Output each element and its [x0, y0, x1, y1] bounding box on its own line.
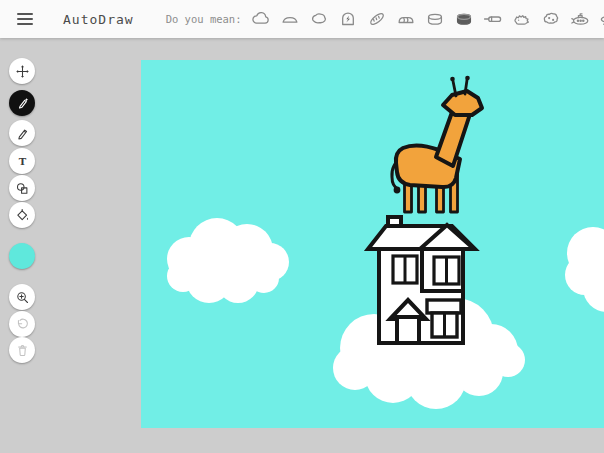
suggestions-row: [250, 8, 604, 30]
suggestion-baguette-icon[interactable]: [366, 8, 388, 30]
suggestion-cow-icon[interactable]: [540, 8, 562, 30]
delete-button[interactable]: [9, 337, 35, 363]
suggestion-submarine-icon[interactable]: [569, 8, 591, 30]
house-door: [397, 317, 419, 343]
suggestion-ufo-icon[interactable]: [598, 8, 604, 30]
canvas-art: [141, 60, 604, 428]
suggestion-frying-pan-icon[interactable]: [482, 8, 504, 30]
drawing-canvas[interactable]: [141, 60, 604, 428]
suggestion-cloud-outline-icon[interactable]: [279, 8, 301, 30]
cloud-left: [167, 218, 289, 303]
suggestion-cake-icon[interactable]: [424, 8, 446, 30]
type-tool-button[interactable]: T: [9, 148, 35, 174]
house: [368, 217, 475, 343]
house-window-awning: [427, 300, 461, 313]
svg-text:T: T: [18, 155, 26, 166]
autodraw-tool-button[interactable]: [9, 90, 35, 116]
suggestion-bread-loaf-icon[interactable]: [395, 8, 417, 30]
suggestion-toast-icon[interactable]: [337, 8, 359, 30]
app-title: AutoDraw: [63, 12, 134, 27]
topbar: AutoDraw Do you mean:: [0, 0, 604, 38]
undo-button[interactable]: [9, 311, 35, 337]
shape-tool-button[interactable]: [9, 175, 35, 201]
fill-tool-button[interactable]: [9, 202, 35, 228]
cloud-right: [565, 225, 604, 312]
suggestion-hedgehog-icon[interactable]: [511, 8, 533, 30]
suggestion-cake-dark-icon[interactable]: [453, 8, 475, 30]
giraffe: [392, 76, 482, 212]
suggestion-cloud-blob-icon[interactable]: [308, 8, 330, 30]
select-tool-button[interactable]: [9, 58, 35, 84]
draw-tool-button[interactable]: [9, 120, 35, 146]
zoom-tool-button[interactable]: [9, 284, 35, 310]
suggestion-cloud-icon[interactable]: [250, 8, 272, 30]
suggestions-label: Do you mean:: [166, 13, 242, 25]
color-swatch-button[interactable]: [9, 243, 35, 269]
menu-icon[interactable]: [17, 13, 33, 25]
